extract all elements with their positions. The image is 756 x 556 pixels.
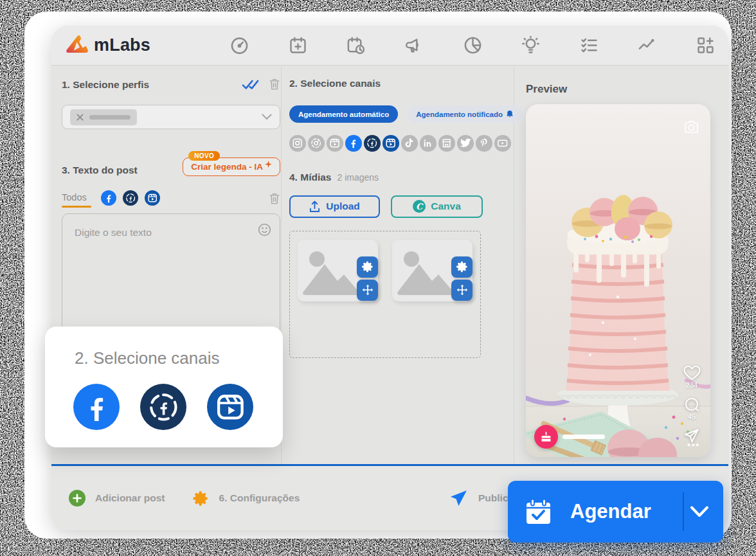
chevron-down-icon xyxy=(262,114,272,120)
clear-profiles-trash-icon[interactable] xyxy=(269,78,280,91)
auto-schedule-pill[interactable]: Agendamento automático xyxy=(289,105,398,123)
app-window: mLabs 1. Selecione perfis xyxy=(51,26,728,530)
upload-label: Upload xyxy=(326,201,360,212)
more-options-icon[interactable]: ••• xyxy=(687,440,700,449)
canva-icon: C xyxy=(413,200,426,213)
channel-instagram-stories-icon[interactable] xyxy=(308,135,325,152)
channel-google-business-icon[interactable] xyxy=(438,135,455,152)
channel-instagram-feed-icon[interactable] xyxy=(289,135,306,152)
move-icon xyxy=(361,283,374,296)
media-thumb[interactable] xyxy=(298,240,378,301)
channel-linkedin-icon[interactable] xyxy=(420,135,437,152)
media-settings-button[interactable] xyxy=(451,256,473,278)
reports-icon[interactable] xyxy=(463,35,483,55)
panel-profiles-text: 1. Selecione perfis xyxy=(62,66,280,369)
dashboard-icon[interactable] xyxy=(230,35,249,55)
profile-select[interactable] xyxy=(62,105,280,129)
add-post-label: Adicionar post xyxy=(95,492,165,504)
remove-profile-icon[interactable] xyxy=(76,114,84,121)
settings-button[interactable]: 6. Configurações xyxy=(192,490,300,507)
text-post-title: 3. Texto do post xyxy=(62,165,138,176)
channel-row xyxy=(289,135,512,152)
move-icon xyxy=(456,283,469,296)
birthday-badge-icon xyxy=(534,425,558,449)
channel-tiktok-icon[interactable] xyxy=(401,135,418,152)
brand-name: mLabs xyxy=(94,35,150,55)
select-all-icon[interactable] xyxy=(242,78,259,91)
preview-title: Preview xyxy=(526,83,725,96)
gear-icon xyxy=(361,260,374,273)
profiles-title: 1. Selecione perfis xyxy=(62,79,149,91)
trends-icon[interactable] xyxy=(637,35,657,55)
divider-right xyxy=(514,66,514,464)
channel-facebook-stories-icon[interactable] xyxy=(140,384,186,430)
calendar-add-icon[interactable] xyxy=(288,35,308,55)
campaigns-icon[interactable] xyxy=(404,35,424,55)
comment-icon[interactable] xyxy=(685,397,699,412)
channel-facebook-reels-icon[interactable] xyxy=(145,190,160,206)
text-tabs-icons xyxy=(101,190,160,206)
profile-chip[interactable] xyxy=(70,109,137,125)
settings-gear-icon xyxy=(192,490,210,507)
upload-button[interactable]: Upload xyxy=(289,195,380,218)
schedule-button[interactable]: Agendar xyxy=(508,481,723,543)
channel-facebook-stories-icon[interactable] xyxy=(123,190,138,206)
channel-facebook-feed-icon[interactable] xyxy=(73,384,120,430)
engagement-rail: 234 45 xyxy=(680,365,703,444)
emoji-picker-icon[interactable] xyxy=(258,223,271,237)
media-dropzone[interactable] xyxy=(289,231,481,358)
story-preview: 234 45 ••• xyxy=(526,104,710,457)
panel-preview: Preview xyxy=(526,66,725,457)
canva-label: Canva xyxy=(431,201,461,212)
button-divider xyxy=(683,492,684,531)
topbar: mLabs xyxy=(51,26,728,66)
schedule-chevron-icon[interactable] xyxy=(690,505,709,518)
image-placeholder-icon xyxy=(302,245,361,296)
settings-label: 6. Configurações xyxy=(219,492,300,504)
channel-instagram-reels-icon[interactable] xyxy=(327,135,343,152)
add-post-button[interactable]: Adicionar post xyxy=(69,490,165,507)
channel-facebook-stories-icon[interactable] xyxy=(364,135,381,152)
notified-schedule-pill[interactable]: Agendamento notificado xyxy=(407,105,523,123)
ideas-icon[interactable] xyxy=(521,35,541,55)
schedule-label: Agendar xyxy=(570,500,651,523)
comments-count: 45 xyxy=(688,413,696,420)
brand[interactable]: mLabs xyxy=(66,35,150,57)
camera-icon[interactable] xyxy=(683,119,699,135)
clear-text-trash-icon[interactable] xyxy=(269,192,280,206)
tasks-icon[interactable] xyxy=(579,35,599,55)
footer-bar: Adicionar post 6. Configurações Publicar xyxy=(51,464,728,530)
media-move-button[interactable] xyxy=(357,280,378,301)
media-title: 4. Mídias xyxy=(289,172,331,183)
calendar-schedule-icon[interactable] xyxy=(346,35,366,55)
plus-icon xyxy=(69,490,86,507)
channel-pinterest-icon[interactable] xyxy=(476,135,492,152)
topbar-nav xyxy=(230,35,728,55)
channel-facebook-feed-icon[interactable] xyxy=(101,190,116,206)
media-count: 2 imagens xyxy=(337,172,379,183)
channel-youtube-icon[interactable] xyxy=(494,135,511,152)
story-progress-bar xyxy=(562,435,605,439)
apps-icon[interactable] xyxy=(696,35,716,55)
ai-caption-label: Criar legenda - IA xyxy=(191,162,263,172)
ai-caption-button[interactable]: NOVO Criar legenda - IA xyxy=(183,157,280,176)
media-thumb[interactable] xyxy=(392,240,473,301)
channel-twitter-icon[interactable] xyxy=(457,135,474,152)
image-placeholder-icon xyxy=(396,245,455,296)
panel-channels-media: 2. Selecione canais Agendamento automáti… xyxy=(289,66,512,358)
notified-schedule-label: Agendamento notificado xyxy=(416,111,503,118)
tab-all-channels[interactable]: Todos xyxy=(62,192,87,208)
canva-button[interactable]: C Canva xyxy=(391,195,483,218)
channel-facebook-reels-icon[interactable] xyxy=(382,135,399,152)
post-text-placeholder: Digite o seu texto xyxy=(75,227,152,238)
channel-facebook-feed-icon[interactable] xyxy=(345,135,362,152)
gear-icon xyxy=(456,260,469,273)
channels-callout-card: 2. Selecione canais xyxy=(45,327,283,447)
publish-plane-icon xyxy=(450,490,467,507)
channel-facebook-reels-icon[interactable] xyxy=(207,384,253,430)
media-settings-button[interactable] xyxy=(357,256,378,278)
upload-icon xyxy=(309,201,320,213)
media-move-button[interactable] xyxy=(451,280,473,301)
heart-icon[interactable] xyxy=(683,365,701,381)
profile-name-placeholder xyxy=(89,115,130,120)
